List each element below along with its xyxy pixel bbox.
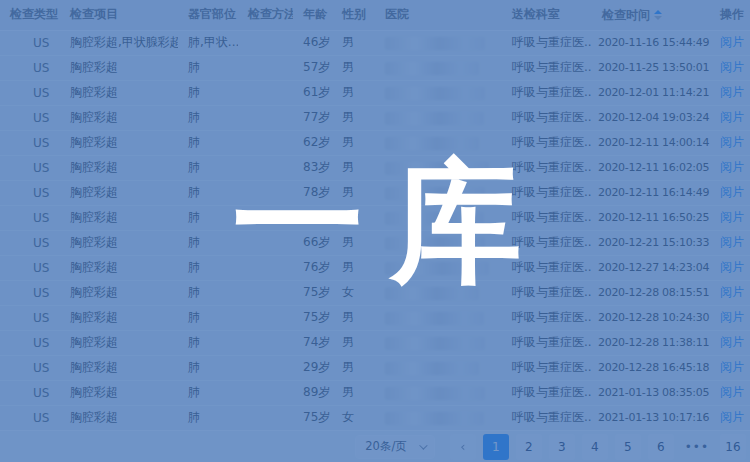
cell-organ-part: 肺 [178, 380, 238, 405]
view-images-link[interactable]: 阅片 [720, 360, 744, 374]
view-images-link[interactable]: 阅片 [720, 385, 744, 399]
view-images-link[interactable]: 阅片 [720, 110, 744, 124]
sort-caret[interactable] [654, 6, 662, 24]
column-header-label: 性别 [342, 7, 366, 21]
view-images-link[interactable]: 阅片 [720, 285, 744, 299]
cell-check-method [238, 355, 293, 380]
table-row[interactable]: US 胸腔彩超 肺 89岁 男 呼吸与重症医... 2021-01-13 08:… [0, 380, 750, 405]
view-images-link[interactable]: 阅片 [720, 135, 744, 149]
cell-action: 阅片 [710, 30, 750, 55]
table-header-row: 检查类型 检查项目 器官部位 检查方法 年龄 [0, 0, 750, 30]
view-images-link[interactable]: 阅片 [720, 410, 744, 424]
cell-organ-part: 肺,甲状... [178, 30, 238, 55]
cell-check-time: 2020-12-11 16:02:05 [592, 155, 710, 180]
cell-age: 78岁 [293, 180, 332, 205]
table-row[interactable]: US 胸腔彩超 肺 83岁 男 呼吸与重症医... 2020-12-11 16:… [0, 155, 750, 180]
hospital-redacted-blur [385, 62, 479, 75]
cell-check-type: US [0, 255, 60, 280]
hospital-redacted-blur [385, 387, 485, 400]
cell-department: 呼吸与重症医... [502, 205, 592, 230]
cell-check-method [238, 180, 293, 205]
column-header: 检查时间 [592, 0, 710, 30]
cell-check-method [238, 330, 293, 355]
cell-check-time: 2020-11-16 15:44:49 [592, 30, 710, 55]
cell-check-method [238, 405, 293, 430]
view-images-link[interactable]: 阅片 [720, 335, 744, 349]
cell-check-item: 胸腔彩超 [60, 230, 178, 255]
page-number-button[interactable]: 16 [720, 434, 746, 460]
cell-action: 阅片 [710, 80, 750, 105]
page-number-button[interactable]: 1 [483, 434, 509, 460]
table-row[interactable]: US 胸腔彩超 肺 75岁 女 呼吸与重症医... 2020-12-28 08:… [0, 280, 750, 305]
column-header: 操作 [710, 0, 750, 30]
page-size-select[interactable]: 20条/页 [355, 435, 435, 459]
cell-check-method [238, 305, 293, 330]
view-images-link[interactable]: 阅片 [720, 60, 744, 74]
cell-hospital [375, 105, 502, 130]
page-number-button[interactable]: 3 [549, 434, 575, 460]
cell-organ-part: 肺 [178, 230, 238, 255]
cell-check-item: 胸腔彩超 [60, 255, 178, 280]
cell-organ-part: 肺 [178, 155, 238, 180]
cell-check-method [238, 105, 293, 130]
cell-age: 75岁 [293, 405, 332, 430]
cell-check-time: 2020-12-28 11:38:11 [592, 330, 710, 355]
table-row[interactable]: US 胸腔彩超 肺 75岁 男 呼吸与重症医... 2020-12-28 10:… [0, 305, 750, 330]
table-row[interactable]: US 胸腔彩超 肺 61岁 男 呼吸与重症医... 2020-12-01 11:… [0, 80, 750, 105]
page-number-button[interactable]: 6 [648, 434, 674, 460]
table-row[interactable]: US 胸腔彩超 肺 57岁 男 呼吸与重症医... 2020-11-25 13:… [0, 55, 750, 80]
table-row[interactable]: US 胸腔彩超,甲状腺彩超 肺,甲状... 46岁 男 呼吸与重症医... 20… [0, 30, 750, 55]
table-row[interactable]: US 胸腔彩超 肺 74岁 男 呼吸与重症医... 2020-12-28 11:… [0, 330, 750, 355]
column-header-label: 操作 [720, 7, 744, 21]
sort-asc-icon[interactable] [654, 6, 662, 14]
cell-hospital [375, 280, 502, 305]
view-images-link[interactable]: 阅片 [720, 35, 744, 49]
cell-gender: 男 [332, 80, 375, 105]
view-images-link[interactable]: 阅片 [720, 85, 744, 99]
view-images-link[interactable]: 阅片 [720, 310, 744, 324]
hospital-redacted-blur [385, 137, 479, 150]
table-row[interactable]: US 胸腔彩超 肺 29岁 男 呼吸与重症医... 2020-12-28 16:… [0, 355, 750, 380]
hospital-redacted-blur [385, 112, 484, 125]
hospital-redacted-blur [385, 162, 489, 175]
view-images-link[interactable]: 阅片 [720, 235, 744, 249]
table-row[interactable]: US 胸腔彩超 肺 77岁 男 呼吸与重症医... 2020-12-04 19:… [0, 105, 750, 130]
cell-department: 呼吸与重症医... [502, 280, 592, 305]
page-number-button[interactable]: 4 [582, 434, 608, 460]
cell-check-method [238, 255, 293, 280]
cell-hospital [375, 180, 502, 205]
cell-check-type: US [0, 55, 60, 80]
hospital-redacted-blur [385, 337, 485, 350]
pagination-bar: 20条/页 ‹ 1 2 3 4 5 6 ••• 16 [0, 430, 750, 462]
cell-check-item: 胸腔彩超 [60, 130, 178, 155]
column-header-label: 检查方法 [248, 7, 293, 21]
table-row[interactable]: US 胸腔彩超 肺 76岁 女 呼吸与重症医... 2020-12-11 16:… [0, 205, 750, 230]
cell-check-type: US [0, 355, 60, 380]
page-number-button[interactable]: 2 [516, 434, 542, 460]
table-row[interactable]: US 胸腔彩超 肺 76岁 男 呼吸与重症医... 2020-12-27 14:… [0, 255, 750, 280]
cell-check-time: 2020-12-28 10:24:30 [592, 305, 710, 330]
view-images-link[interactable]: 阅片 [720, 160, 744, 174]
cell-action: 阅片 [710, 305, 750, 330]
hospital-redacted-blur [385, 87, 485, 100]
view-images-link[interactable]: 阅片 [720, 210, 744, 224]
cell-department: 呼吸与重症医... [502, 305, 592, 330]
cell-check-time: 2020-11-25 13:50:01 [592, 55, 710, 80]
cell-check-time: 2020-12-11 14:00:14 [592, 130, 710, 155]
cell-organ-part: 肺 [178, 80, 238, 105]
cell-organ-part: 肺 [178, 280, 238, 305]
sort-desc-icon[interactable] [654, 16, 662, 24]
cell-check-item: 胸腔彩超 [60, 205, 178, 230]
table-row[interactable]: US 胸腔彩超 肺 66岁 男 呼吸与重症医... 2020-12-21 15:… [0, 230, 750, 255]
cell-gender: 男 [332, 155, 375, 180]
prev-page-button[interactable]: ‹ [450, 434, 476, 460]
view-images-link[interactable]: 阅片 [720, 185, 744, 199]
cell-age: 75岁 [293, 280, 332, 305]
table-row[interactable]: US 胸腔彩超 肺 75岁 女 呼吸与重症医... 2021-01-13 10:… [0, 405, 750, 430]
page-number-button[interactable]: ••• [681, 434, 713, 460]
page-number-button[interactable]: 5 [615, 434, 641, 460]
table-row[interactable]: US 胸腔彩超 肺 78岁 男 呼吸与重症医... 2020-12-11 16:… [0, 180, 750, 205]
table-row[interactable]: US 胸腔彩超 肺 62岁 男 呼吸与重症医... 2020-12-11 14:… [0, 130, 750, 155]
view-images-link[interactable]: 阅片 [720, 260, 744, 274]
cell-check-method [238, 80, 293, 105]
